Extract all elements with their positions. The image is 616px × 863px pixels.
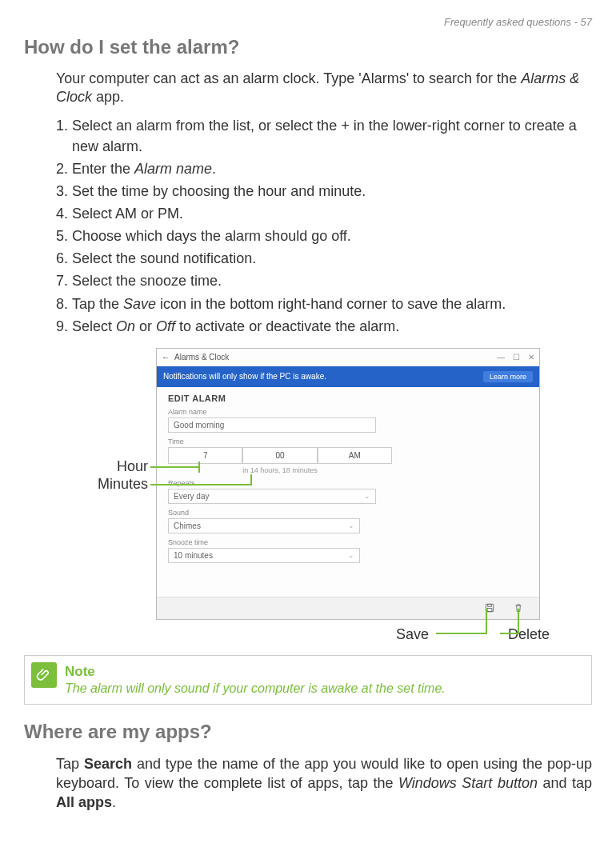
step-item: Tap the Save icon in the bottom right-ha…	[72, 294, 592, 314]
section-title-alarm: How do I set the alarm?	[24, 36, 592, 58]
p-bold: Search	[84, 756, 132, 772]
callout-line	[500, 633, 519, 634]
paperclip-icon	[31, 662, 57, 688]
step-text: .	[212, 161, 216, 177]
app-title: Alarms & Clock	[174, 353, 229, 362]
svg-rect-1	[488, 605, 492, 607]
back-icon[interactable]: ←	[162, 353, 170, 362]
edit-alarm-panel: EDIT ALARM Alarm name Good morning Time …	[157, 387, 539, 569]
sound-value: Chimes	[174, 521, 201, 530]
snooze-value: 10 minutes	[174, 551, 213, 560]
chevron-down-icon: ⌄	[348, 521, 354, 529]
time-hint: in 14 hours, 18 minutes	[168, 466, 392, 474]
step-item: Select On or Off to activate or deactiva…	[72, 316, 592, 337]
step-text: Select	[72, 318, 116, 334]
minimize-icon[interactable]: —	[497, 353, 505, 362]
close-icon[interactable]: ✕	[528, 353, 534, 362]
step-em: Alarm name	[134, 161, 212, 177]
section-title-apps: Where are my apps?	[24, 721, 592, 743]
snooze-label: Snooze time	[168, 538, 528, 546]
p-text: Tap	[56, 756, 84, 772]
alarm-app-diagram: ← Alarms & Clock — ☐ ✕ Notifications wil…	[36, 348, 580, 644]
minute-cell[interactable]: 00	[242, 447, 317, 464]
step-text: or	[135, 318, 156, 334]
callout-save-label: Save	[396, 626, 429, 643]
step-item: Enter the Alarm name.	[72, 158, 592, 179]
repeats-value: Every day	[174, 492, 209, 501]
step-text: Tap the	[72, 296, 123, 312]
step-text: Enter the	[72, 161, 134, 177]
step-item: Select AM or PM.	[72, 203, 592, 224]
repeats-select[interactable]: Every day ⌄	[168, 489, 376, 504]
app-footer	[157, 597, 539, 619]
note-title: Note	[65, 664, 582, 680]
page-header: Frequently asked questions - 57	[24, 16, 592, 28]
learn-more-button[interactable]: Learn more	[483, 371, 533, 382]
svg-rect-2	[487, 609, 492, 612]
edit-alarm-title: EDIT ALARM	[168, 394, 528, 403]
step-text: icon in the bottom right-hand corner to …	[156, 296, 506, 312]
callout-line	[150, 484, 250, 485]
sound-select[interactable]: Chimes ⌄	[168, 518, 360, 533]
note-box: Note The alarm will only sound if your c…	[24, 655, 592, 705]
app-titlebar: ← Alarms & Clock — ☐ ✕	[157, 349, 539, 366]
callout-line	[436, 633, 486, 634]
maximize-icon[interactable]: ☐	[513, 353, 520, 362]
alarm-name-input[interactable]: Good morning	[168, 418, 376, 433]
callout-line	[198, 461, 200, 473]
snooze-select[interactable]: 10 minutes ⌄	[168, 548, 360, 563]
step-item: Select the snooze time.	[72, 270, 592, 291]
callout-line	[250, 474, 252, 485]
callout-line	[518, 609, 519, 634]
hour-cell[interactable]: 7	[168, 447, 242, 464]
apps-paragraph: Tap Search and type the name of the app …	[56, 754, 592, 813]
repeats-label: Repeats	[168, 479, 528, 487]
ampm-cell[interactable]: AM	[318, 447, 392, 464]
step-em: Off	[156, 318, 175, 334]
chevron-down-icon: ⌄	[364, 492, 370, 500]
steps-list: Select an alarm from the list, or select…	[56, 115, 592, 337]
alarm-name-label: Alarm name	[168, 408, 528, 416]
callout-minutes-label: Minutes	[81, 476, 148, 493]
callout-line	[150, 466, 198, 468]
notification-banner: Notifications will only show if the PC i…	[157, 366, 539, 387]
p-text: .	[112, 794, 116, 810]
chevron-down-icon: ⌄	[348, 551, 354, 559]
note-text: The alarm will only sound if your comput…	[65, 681, 582, 696]
step-item: Choose which days the alarm should go of…	[72, 226, 592, 246]
p-text: and tap	[538, 775, 592, 791]
step-text: to activate or deactivate the alarm.	[175, 318, 399, 334]
sound-label: Sound	[168, 509, 528, 517]
intro-paragraph: Your computer can act as an alarm clock.…	[56, 70, 592, 107]
banner-text: Notifications will only show if the PC i…	[163, 372, 326, 381]
step-em: Save	[123, 296, 156, 312]
callout-delete-label: Delete	[508, 626, 550, 643]
p-em: Windows Start button	[398, 775, 538, 791]
intro-text-after: app.	[92, 89, 124, 105]
step-item: Select the sound notification.	[72, 248, 592, 269]
step-item: Set the time by choosing the hour and mi…	[72, 181, 592, 202]
step-item: Select an alarm from the list, or select…	[72, 115, 592, 157]
intro-text-before: Your computer can act as an alarm clock.…	[56, 70, 521, 86]
p-bold: All apps	[56, 794, 112, 810]
step-em: On	[116, 318, 135, 334]
time-label: Time	[168, 437, 528, 445]
time-picker[interactable]: 7 00 AM	[168, 447, 392, 464]
callout-line	[486, 609, 487, 634]
callout-hour-label: Hour	[100, 458, 148, 475]
